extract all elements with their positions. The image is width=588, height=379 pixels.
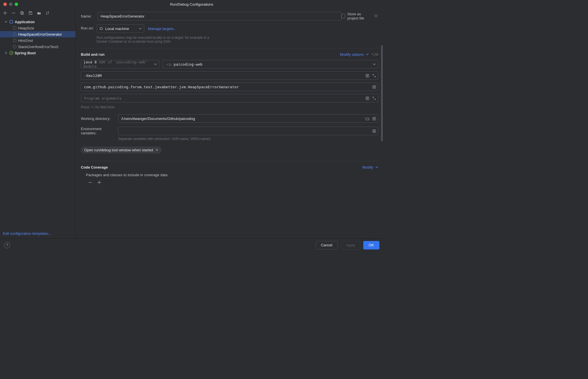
svg-rect-1: [21, 12, 23, 14]
chevron-down-icon: [154, 62, 157, 66]
tree-item-heapspaceerrorgenerator[interactable]: HeapSpaceErrorGenerator: [0, 31, 75, 37]
edit-templates-link[interactable]: Edit configuration templates...: [3, 231, 51, 236]
build-and-run-header: Build and run Modify options ⌥M: [81, 52, 378, 57]
env-vars-help: Separate variables with semicolon: VAR=v…: [81, 137, 378, 141]
save-configuration-button[interactable]: [28, 10, 33, 16]
modify-options-shortcut: ⌥M: [371, 52, 378, 57]
configuration-form: Name: Store as project file Run on:: [76, 8, 383, 238]
close-window-icon[interactable]: [3, 3, 7, 6]
list-icon[interactable]: [371, 84, 377, 89]
copy-configuration-button[interactable]: [19, 10, 25, 16]
zoom-window-icon[interactable]: [15, 3, 18, 6]
sdk-classpath-row: java 8 SDK of 'paicoding-web' module -cp…: [81, 60, 378, 68]
svg-point-8: [10, 51, 13, 55]
folder-button[interactable]: [36, 10, 42, 16]
chip-label: Open run/debug tool window when started: [84, 148, 153, 152]
main-class-row: [81, 83, 378, 91]
add-coverage-button[interactable]: [97, 180, 102, 185]
store-as-project-file[interactable]: Store as project file: [341, 12, 378, 20]
checkbox-icon[interactable]: [341, 14, 345, 18]
chevron-down-icon: [375, 165, 378, 169]
minimize-window-icon[interactable]: [9, 3, 12, 6]
remove-configuration-button[interactable]: [11, 10, 16, 16]
ok-button[interactable]: OK: [363, 241, 379, 249]
tree-item-label: HeapSize: [18, 26, 34, 30]
env-vars-input[interactable]: [118, 127, 378, 135]
tree-item-stackoverflowerrortest1[interactable]: StackOverflowErrorTest1: [0, 44, 75, 50]
spring-icon: [9, 51, 14, 55]
tree-item-label: StackOverflowErrorTest1: [18, 45, 59, 49]
env-vars-row: Environment variables:: [81, 127, 378, 135]
code-coverage-header: Code Coverage Modify: [81, 165, 378, 169]
chevron-down-icon: [4, 20, 8, 23]
sidebar-toolbar: [0, 8, 75, 18]
window-controls: [3, 3, 18, 6]
tree-item-heapsize[interactable]: HeapSize: [0, 25, 75, 31]
run-on-dropdown[interactable]: Local machine: [97, 24, 144, 33]
vm-options-row: [81, 71, 378, 80]
cp-value: paicoding-web: [174, 62, 202, 66]
working-directory-input[interactable]: [118, 114, 378, 123]
svg-rect-3: [10, 20, 13, 23]
cp-prefix: -cp: [165, 62, 171, 66]
gear-icon[interactable]: [374, 14, 378, 19]
chevron-down-icon: [373, 62, 376, 66]
coverage-include-label: Packages and classes to include in cover…: [86, 173, 167, 177]
code-coverage-title: Code Coverage: [81, 165, 108, 169]
chevron-down-icon: [139, 27, 142, 31]
coverage-modify-link[interactable]: Modify: [362, 165, 373, 169]
config-icon: [12, 44, 17, 49]
name-row: Name: Store as project file: [81, 12, 378, 20]
remove-coverage-button[interactable]: [88, 180, 93, 185]
tree-group-application[interactable]: Application: [0, 19, 75, 25]
vm-options-input[interactable]: [81, 71, 378, 80]
run-on-label: Run on:: [81, 24, 94, 30]
bottom-bar: ? Cancel Apply OK: [0, 238, 383, 251]
divider: [81, 161, 378, 161]
list-icon[interactable]: [365, 73, 370, 78]
program-arguments-row: [81, 94, 378, 102]
tree-group-label: Application: [15, 20, 35, 24]
run-on-help: Run configurations may be executed local…: [97, 36, 215, 44]
expand-icon[interactable]: [371, 96, 377, 101]
add-configuration-button[interactable]: [2, 10, 8, 16]
scrollbar[interactable]: [381, 45, 383, 141]
manage-targets-link[interactable]: Manage targets...: [148, 27, 177, 31]
name-label: Name:: [81, 14, 98, 18]
help-button[interactable]: ?: [4, 242, 10, 248]
sort-button[interactable]: [45, 10, 50, 16]
tree-item-html2md[interactable]: Html2md: [0, 37, 75, 44]
expand-icon[interactable]: [371, 73, 377, 78]
chevron-right-icon: [4, 51, 8, 54]
env-vars-label: Environment variables:: [81, 127, 118, 135]
chevron-down-icon: [366, 52, 369, 57]
modify-options-link[interactable]: Modify options: [340, 52, 364, 57]
tree-group-label: Spring Boot: [15, 51, 36, 55]
classpath-dropdown[interactable]: -cp paicoding-web: [162, 60, 378, 68]
list-icon[interactable]: [365, 96, 370, 101]
application-icon: [9, 20, 14, 24]
program-arguments-input[interactable]: [81, 94, 378, 102]
open-tool-window-chip[interactable]: Open run/debug tool window when started: [81, 147, 162, 154]
svg-rect-5: [13, 33, 16, 36]
tree-group-spring-boot[interactable]: Spring Boot: [0, 50, 75, 56]
close-icon[interactable]: [155, 148, 158, 152]
sidebar: Application HeapSize HeapSpaceErrorGener…: [0, 8, 76, 238]
tree-item-label: HeapSpaceErrorGenerator: [18, 32, 62, 36]
cancel-button[interactable]: Cancel: [315, 241, 338, 249]
list-icon[interactable]: [371, 116, 377, 121]
run-on-value: Local machine: [105, 27, 137, 31]
main-class-input[interactable]: [81, 83, 378, 91]
svg-rect-4: [13, 27, 16, 29]
apply-button[interactable]: Apply: [341, 241, 361, 249]
svg-rect-2: [30, 12, 31, 12]
folder-icon[interactable]: [365, 116, 370, 121]
coverage-include: Packages and classes to include in cover…: [81, 173, 378, 185]
list-icon[interactable]: [371, 128, 377, 133]
configurations-tree: Application HeapSize HeapSpaceErrorGener…: [0, 18, 75, 229]
sdk-dropdown[interactable]: java 8 SDK of 'paicoding-web' module: [81, 60, 159, 68]
sidebar-footer: Edit configuration templates...: [0, 229, 75, 238]
window-title: Run/Debug Configurations: [170, 2, 213, 7]
divider: [81, 48, 378, 48]
name-input[interactable]: [98, 12, 341, 20]
